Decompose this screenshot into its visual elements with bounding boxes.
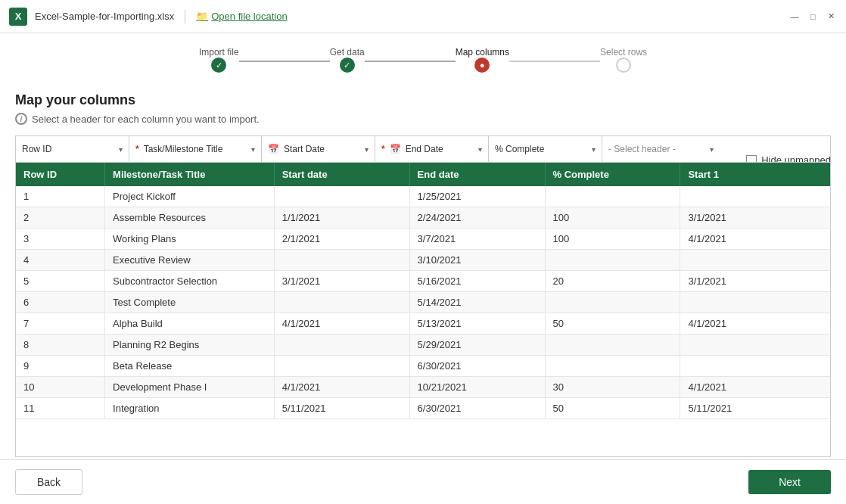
th-milestone-title: Milestone/Task Title [105,163,275,186]
table-cell: 11 [16,398,105,419]
dropdown-row-id-label: Row ID [22,144,51,154]
table-cell: 2/1/2021 [274,229,409,250]
data-table-wrapper: Row ID Milestone/Task Title Start date E… [15,162,831,457]
connector-1 [239,61,330,62]
table-cell [274,334,409,356]
table-row: 6Test Complete5/14/2021 [16,292,830,313]
table-cell: 4/1/2021 [274,377,409,398]
table-cell [680,356,830,377]
minimize-button[interactable]: — [788,11,801,23]
th-start-date: Start date [274,163,409,186]
title-bar-controls: — □ ✕ [788,11,837,23]
th-row-id: Row ID [16,163,105,186]
table-row: 4Executive Review3/10/2021 [16,250,830,271]
table-row: 1Project Kickoff1/25/2021 [16,186,830,207]
table-cell: 2 [16,207,105,229]
th-percent-complete: % Complete [545,163,680,186]
step-label-import: Import file [199,47,239,58]
dropdown-task-milestone[interactable]: * Task/Milestone Title ▾ [129,136,262,162]
step-circle-map: ● [474,58,490,73]
table-cell: Working Plans [105,229,275,250]
chevron-down-icon: ▾ [251,145,255,154]
table-cell: Planning R2 Begins [105,334,275,356]
table-row: 9Beta Release6/30/2021 [16,356,830,377]
close-button[interactable]: ✕ [825,11,837,23]
table-cell: 3/1/2021 [274,271,409,292]
dropdown-start-date[interactable]: 📅 Start Date ▾ [262,136,375,162]
table-cell: 5/13/2021 [409,313,545,334]
table-cell: 4/1/2021 [274,313,409,334]
table-cell: 5/16/2021 [409,271,545,292]
title-divider [185,10,185,23]
table-cell: 8 [16,334,105,356]
table-cell [680,186,830,207]
table-cell [274,250,409,271]
table-cell [545,186,680,207]
table-cell: 30 [545,377,680,398]
required-star: * [135,144,139,154]
table-cell: 4 [16,250,105,271]
table-cell: 7 [16,313,105,334]
table-cell: 9 [16,356,105,377]
dropdown-select-header[interactable]: - Select header - ▾ [602,136,720,162]
table-cell: 50 [545,398,680,419]
table-cell: 4/1/2021 [680,377,830,398]
calendar-icon: 📅 [268,144,279,154]
step-circle-import: ✓ [211,58,226,73]
dropdown-row-id[interactable]: Row ID ▾ [16,136,129,162]
dropdown-end-label: End Date [406,144,443,154]
table-cell: Development Phase I [105,377,275,398]
table-cell [274,356,409,377]
table-cell: Integration [105,398,275,419]
table-cell: 4/1/2021 [680,313,830,334]
table-cell: 100 [545,229,680,250]
next-button[interactable]: Next [748,470,831,494]
table-cell: 1/25/2021 [409,186,545,207]
table-cell: 3 [16,229,105,250]
page-title: Map your columns [15,92,831,108]
table-cell [680,334,830,356]
table-cell: 50 [545,313,680,334]
step-select-rows: Select rows [600,47,647,73]
table-cell: 6/30/2021 [409,398,545,419]
table-cell: 2/24/2021 [409,207,545,229]
table-cell [545,356,680,377]
th-start-1: Start 1 [680,163,830,186]
table-cell: 3/1/2021 [680,271,830,292]
main-content: Hide unmapped Map your columns i Select … [0,79,846,457]
title-bar-left: X Excel-Sample-for-Importing.xlsx 📁 Open… [9,8,288,26]
connector-3 [509,61,600,62]
table-cell: Beta Release [105,356,275,377]
footer: Back Next [0,459,846,504]
step-map-columns: Map columns ● [456,47,509,73]
table-cell: 6 [16,292,105,313]
table-cell: 3/10/2021 [409,250,545,271]
table-row: 8Planning R2 Begins5/29/2021 [16,334,830,356]
dropdown-complete-label: % Complete [495,144,544,154]
table-cell: 10 [16,377,105,398]
step-circle-get-data: ✓ [340,58,355,73]
table-cell: Subcontractor Selection [105,271,275,292]
table-cell: 3/7/2021 [409,229,545,250]
back-button[interactable]: Back [15,469,82,495]
dropdown-end-date[interactable]: * 📅 End Date ▾ [375,136,489,162]
table-cell: 3/1/2021 [680,207,830,229]
info-icon: i [15,113,27,125]
table-body: 1Project Kickoff1/25/20212Assemble Resou… [16,186,830,419]
restore-button[interactable]: □ [807,11,819,23]
title-bar: X Excel-Sample-for-Importing.xlsx 📁 Open… [0,0,846,33]
wizard-steps: Import file ✓ Get data ✓ Map columns ● S… [0,33,846,79]
table-row: 3Working Plans2/1/20213/7/20211004/1/202… [16,229,830,250]
table-cell: 1/1/2021 [274,207,409,229]
open-file-link[interactable]: 📁 Open file location [196,11,287,22]
table-cell: 5/14/2021 [409,292,545,313]
excel-icon: X [9,8,27,26]
table-row: 2Assemble Resources1/1/20212/24/20211003… [16,207,830,229]
dropdown-select-label: - Select header - [608,144,676,154]
step-label-map: Map columns [456,47,509,58]
dropdown-percent-complete[interactable]: % Complete ▾ [489,136,602,162]
table-cell [680,250,830,271]
chevron-down-icon: ▾ [478,145,482,154]
table-row: 10Development Phase I4/1/202110/21/20213… [16,377,830,398]
chevron-down-icon: ▾ [710,145,714,154]
